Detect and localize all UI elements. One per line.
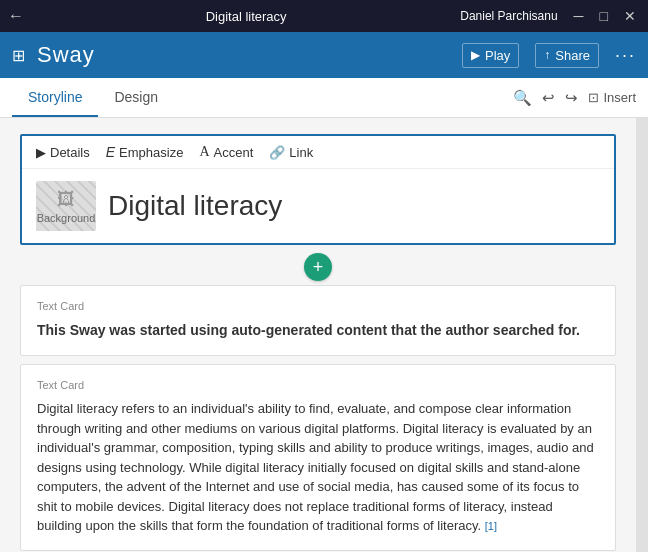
search-icon[interactable]: 🔍 bbox=[513, 89, 532, 107]
accent-icon: A bbox=[199, 144, 209, 160]
window-title: Digital literacy bbox=[32, 9, 460, 24]
restore-button[interactable]: □ bbox=[596, 6, 612, 26]
app-bar: ⊞ Sway ▶ Play ↑ Share ··· bbox=[0, 32, 648, 78]
add-between-1: + bbox=[20, 253, 616, 281]
redo-icon[interactable]: ↪ bbox=[565, 89, 578, 107]
accent-button[interactable]: A Accent bbox=[199, 144, 253, 160]
app-actions: ▶ Play ↑ Share ··· bbox=[462, 43, 636, 68]
text-card-2: Text Card Digital literacy refers to an … bbox=[20, 364, 616, 551]
minimize-button[interactable]: ─ bbox=[570, 6, 588, 26]
user-name: Daniel Parchisanu bbox=[460, 9, 557, 23]
format-options: E Emphasize A Accent 🔗 Link bbox=[106, 144, 313, 160]
details-toggle[interactable]: ▶ Details bbox=[36, 145, 90, 160]
tab-bar-actions: 🔍 ↩ ↪ ⊡ Insert bbox=[513, 89, 636, 107]
tab-bar: Storyline Design 🔍 ↩ ↪ ⊡ Insert bbox=[0, 78, 648, 118]
grid-icon[interactable]: ⊞ bbox=[12, 46, 25, 65]
reference-link[interactable]: [1] bbox=[485, 520, 497, 532]
close-button[interactable]: ✕ bbox=[620, 6, 640, 26]
background-thumbnail[interactable]: 🖼 Background bbox=[36, 181, 96, 231]
main-content: ▶ Details E Emphasize A Accent 🔗 Link bbox=[0, 118, 648, 552]
title-card: ▶ Details E Emphasize A Accent 🔗 Link bbox=[20, 134, 616, 245]
more-options-button[interactable]: ··· bbox=[615, 45, 636, 66]
text-card-1-content[interactable]: This Sway was started using auto-generat… bbox=[37, 320, 599, 341]
emphasize-label: Emphasize bbox=[119, 145, 183, 160]
chevron-right-icon: ▶ bbox=[36, 145, 46, 160]
scrollbar[interactable] bbox=[636, 118, 648, 552]
text-card-1-label: Text Card bbox=[37, 300, 599, 312]
accent-label: Accent bbox=[214, 145, 254, 160]
add-card-button[interactable]: + bbox=[304, 253, 332, 281]
link-button[interactable]: 🔗 Link bbox=[269, 145, 313, 160]
insert-icon: ⊡ bbox=[588, 90, 599, 105]
title-card-toolbar: ▶ Details E Emphasize A Accent 🔗 Link bbox=[22, 136, 614, 169]
share-icon: ↑ bbox=[544, 48, 550, 62]
card-title-text[interactable]: Digital literacy bbox=[108, 190, 600, 222]
play-label: Play bbox=[485, 48, 510, 63]
text-card-1: Text Card This Sway was started using au… bbox=[20, 285, 616, 356]
text-card-2-body: Digital literacy refers to an individual… bbox=[37, 401, 594, 533]
tab-design[interactable]: Design bbox=[98, 78, 174, 117]
text-card-2-label: Text Card bbox=[37, 379, 599, 391]
emphasize-icon: E bbox=[106, 144, 115, 160]
share-button[interactable]: ↑ Share bbox=[535, 43, 599, 68]
link-icon: 🔗 bbox=[269, 145, 285, 160]
share-label: Share bbox=[555, 48, 590, 63]
insert-button[interactable]: ⊡ Insert bbox=[588, 90, 636, 105]
undo-icon[interactable]: ↩ bbox=[542, 89, 555, 107]
tab-storyline[interactable]: Storyline bbox=[12, 78, 98, 117]
window-controls: ─ □ ✕ bbox=[570, 6, 640, 26]
details-label: Details bbox=[50, 145, 90, 160]
emphasize-button[interactable]: E Emphasize bbox=[106, 144, 184, 160]
insert-label: Insert bbox=[603, 90, 636, 105]
back-button[interactable]: ← bbox=[8, 7, 24, 25]
play-icon: ▶ bbox=[471, 48, 480, 62]
content-scroll[interactable]: ▶ Details E Emphasize A Accent 🔗 Link bbox=[0, 118, 636, 552]
play-button[interactable]: ▶ Play bbox=[462, 43, 519, 68]
title-card-body: 🖼 Background Digital literacy bbox=[22, 169, 614, 243]
link-label: Link bbox=[289, 145, 313, 160]
app-logo: Sway bbox=[37, 42, 462, 68]
image-icon: 🖼 bbox=[57, 189, 75, 210]
title-bar: ← Digital literacy Daniel Parchisanu ─ □… bbox=[0, 0, 648, 32]
text-card-2-content[interactable]: Digital literacy refers to an individual… bbox=[37, 399, 599, 536]
background-label: Background bbox=[37, 212, 96, 224]
